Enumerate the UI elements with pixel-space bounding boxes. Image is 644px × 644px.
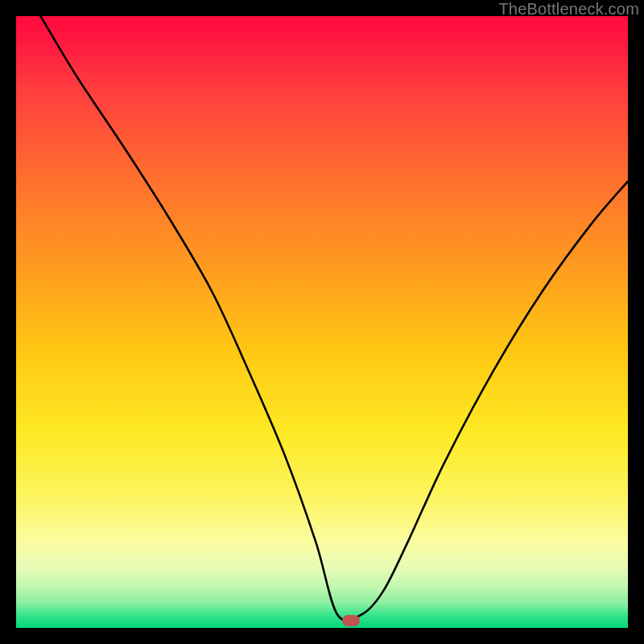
plot-area <box>16 16 628 628</box>
chart-frame: TheBottleneck.com <box>0 0 644 644</box>
bottleneck-curve <box>16 16 628 628</box>
attribution-label: TheBottleneck.com <box>498 0 639 19</box>
optimal-point-marker-icon <box>342 615 360 626</box>
